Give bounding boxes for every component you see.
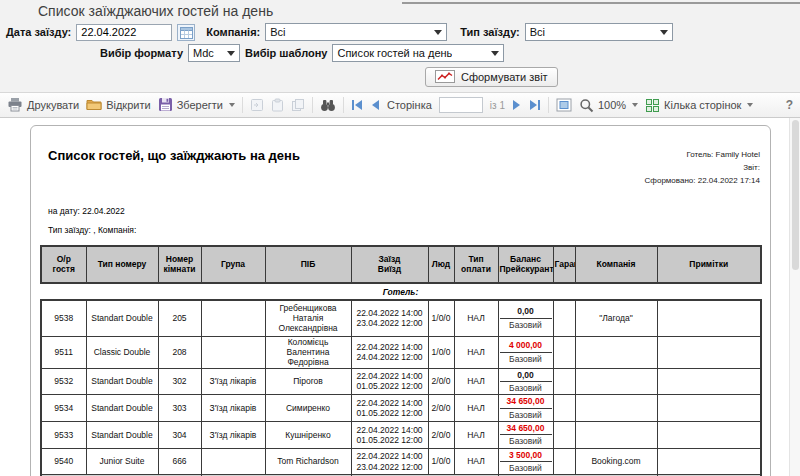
cell-room-type: Junior Suite xyxy=(86,448,158,475)
cell-name: Пірогов xyxy=(265,368,351,395)
cell-room: 302 xyxy=(158,368,201,395)
help-button[interactable]: ? xyxy=(786,98,793,112)
col-name: ПІБ xyxy=(265,246,351,283)
copy-button[interactable] xyxy=(291,98,305,112)
export-icon xyxy=(250,98,264,112)
col-people: Люд xyxy=(428,246,454,283)
date-input[interactable] xyxy=(76,24,172,41)
arrival-type-select[interactable]: Всі xyxy=(525,23,673,41)
report-name-line: Звіт: xyxy=(645,161,760,174)
folder-icon xyxy=(86,97,102,113)
report-page: Список гостей, що заїжджають на день Гот… xyxy=(30,125,771,476)
cell-company xyxy=(575,395,657,422)
col-balance: Баланс Прейскурант xyxy=(498,246,553,283)
page-number-input[interactable] xyxy=(439,97,483,113)
cell-group: З'їзд лікарів xyxy=(201,368,265,395)
company-select[interactable]: Всі xyxy=(265,23,447,41)
company-label: Компанія: xyxy=(206,26,260,38)
report-title: Список гостей, що заїжджають на день xyxy=(48,148,300,187)
cell-notes xyxy=(657,395,761,422)
balance-value: 34 650,00 xyxy=(500,395,552,408)
cell-dates: 22.04.2022 14:0024.04.2022 12:00 xyxy=(351,336,428,368)
cell-company xyxy=(575,422,657,449)
save-button[interactable]: Зберегти xyxy=(158,97,235,114)
cell-name: Гребенщикова Наталія Олександрівна xyxy=(265,300,351,336)
col-payment-type: Тип оплати xyxy=(454,246,498,283)
first-page-button[interactable] xyxy=(351,99,363,111)
scrollbar-thumb[interactable] xyxy=(792,120,799,270)
hotel-name-line: Готель: Family Hotel xyxy=(645,148,760,161)
search-button[interactable] xyxy=(320,98,336,112)
format-select[interactable]: Mdc xyxy=(188,44,240,62)
template-select[interactable]: Список гостей на день xyxy=(332,44,504,62)
cell-name: Tom Richardson xyxy=(265,448,351,475)
table-row: 9534 Standart Double 303 З'їзд лікарів С… xyxy=(41,395,761,422)
vertical-scrollbar[interactable] xyxy=(789,118,800,476)
toolbar-separator xyxy=(548,97,549,113)
col-guarantee: Гарантія xyxy=(553,246,575,283)
cell-room: 303 xyxy=(158,395,201,422)
chevron-down-icon xyxy=(227,51,235,56)
open-button[interactable]: Відкрити xyxy=(86,97,150,113)
printer-icon xyxy=(7,97,23,114)
cell-room: 304 xyxy=(158,422,201,449)
cell-folio: 9532 xyxy=(41,368,86,395)
price-list-value: Базовий xyxy=(500,409,552,421)
cell-folio: 9534 xyxy=(41,395,86,422)
toolbar-separator xyxy=(343,97,344,113)
export-button[interactable] xyxy=(250,98,264,112)
balance-value: 4 000,00 xyxy=(500,339,552,352)
clipboard-button[interactable] xyxy=(271,98,284,112)
cell-people: 1/0/0 xyxy=(428,300,454,336)
chevron-down-icon xyxy=(434,30,442,35)
price-list-value: Базовий xyxy=(500,462,552,474)
multi-page-button[interactable]: Кілька сторінок xyxy=(645,98,753,113)
page-count-label: із 1 xyxy=(490,100,505,111)
cell-company xyxy=(575,368,657,395)
cell-payment: НАЛ xyxy=(454,300,498,336)
cell-group: З'їзд лікарів xyxy=(201,395,265,422)
prev-page-button[interactable] xyxy=(370,99,380,111)
cell-guarantee xyxy=(553,395,575,422)
price-list-value: Базовий xyxy=(500,382,552,394)
balance-value: 34 650,00 xyxy=(500,422,552,435)
calendar-icon[interactable] xyxy=(177,24,195,41)
cell-payment: НАЛ xyxy=(454,368,498,395)
last-page-button[interactable] xyxy=(529,99,541,111)
col-group: Група xyxy=(201,246,265,283)
last-page-icon xyxy=(529,99,541,111)
cell-name: Симиренко xyxy=(265,395,351,422)
col-dates: Заїзд Виїзд xyxy=(351,246,428,283)
cell-guarantee xyxy=(553,300,575,336)
generate-report-button[interactable]: Сформувати звіт xyxy=(425,67,558,87)
cell-company: "Лагода" xyxy=(575,300,657,336)
report-viewer: Список гостей, що заїжджають на день Гот… xyxy=(0,118,800,476)
balance-value: 0,00 xyxy=(500,369,552,382)
cell-payment: НАЛ xyxy=(454,422,498,449)
cell-room-type: Standart Double xyxy=(86,422,158,449)
cell-payment: НАЛ xyxy=(454,395,498,422)
chart-icon xyxy=(435,70,455,85)
chevron-down-icon xyxy=(229,103,235,107)
fit-page-button[interactable] xyxy=(556,98,572,112)
multi-page-grid-icon xyxy=(645,98,660,113)
cell-folio: 9540 xyxy=(41,448,86,475)
col-room-type: Тип номеру xyxy=(86,246,158,283)
report-table-body: 9538 Standart Double 205 Гребенщикова На… xyxy=(40,299,762,476)
price-list-value: Базовий xyxy=(500,319,552,331)
print-button[interactable]: Друкувати xyxy=(7,97,79,114)
price-list-value: Базовий xyxy=(500,353,552,365)
cell-room-type: Standart Double xyxy=(86,368,158,395)
next-page-button[interactable] xyxy=(512,99,522,111)
first-page-icon xyxy=(351,99,363,111)
price-list-value: Базовий xyxy=(500,435,552,447)
cell-folio: 9511 xyxy=(41,336,86,368)
template-label: Вибір шаблону xyxy=(245,47,327,59)
cell-folio: 9538 xyxy=(41,300,86,336)
cell-group xyxy=(201,448,265,475)
save-icon xyxy=(158,97,173,114)
report-date-line: на дату: 22.04.2022 xyxy=(48,206,770,216)
page-title: Список заїжджаючих гостей на день xyxy=(38,3,800,19)
zoom-control[interactable]: 100% xyxy=(579,98,638,113)
chevron-down-icon xyxy=(632,103,638,107)
